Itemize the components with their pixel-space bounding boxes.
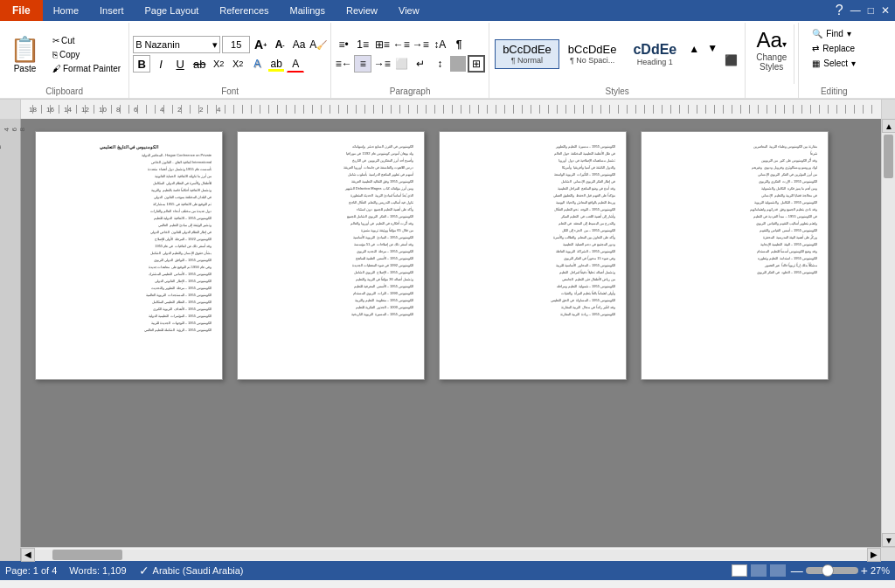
style-normal[interactable]: bCcDdEe ¶ Normal [495, 39, 559, 69]
scroll-up-button[interactable]: ▲ [882, 119, 895, 133]
bullets-button[interactable]: ≡• [335, 36, 352, 53]
font-color-button[interactable]: A [287, 55, 304, 73]
text-highlight-button[interactable]: ab [267, 55, 285, 73]
font-content: B Nazanin ▾ 15 A+ A- Aa A🧹 B I [133, 24, 327, 96]
cut-icon: ✂ [52, 36, 59, 45]
align-left-button[interactable]: ≡← [335, 55, 352, 73]
h-scroll-corner [0, 548, 21, 561]
font-size-input[interactable]: 15 [222, 36, 250, 53]
h-scroll-track[interactable] [35, 550, 867, 560]
numbering-button[interactable]: 1≡ [354, 36, 371, 53]
zoom-out-button[interactable]: — [791, 564, 803, 578]
tab-references[interactable]: References [209, 0, 279, 21]
paste-button[interactable]: 📋 Paste [3, 32, 46, 76]
align-center-button[interactable]: ≡ [354, 55, 371, 73]
tab-review[interactable]: Review [336, 0, 388, 21]
borders-button[interactable]: ⊞ [468, 55, 485, 73]
scroll-thumb[interactable] [884, 135, 893, 178]
zoom-thumb[interactable] [822, 564, 834, 577]
underline-button[interactable]: U [171, 55, 189, 73]
sort-button[interactable]: ↕A [431, 36, 448, 53]
change-styles-icon: Aa▾ [757, 28, 787, 52]
scroll-down-button[interactable]: ▼ [882, 533, 895, 547]
font-grow-button[interactable]: A+ [252, 36, 269, 53]
font-controls: B Nazanin ▾ 15 A+ A- Aa A🧹 B I [133, 36, 327, 73]
h-scroll-right[interactable]: ▶ [867, 548, 881, 562]
h-scroll-thumb[interactable] [52, 550, 122, 560]
copy-button[interactable]: ⎘ Copy [48, 48, 125, 61]
style-heading1[interactable]: cDdEe Heading 1 [625, 38, 684, 71]
font-group: B Nazanin ▾ 15 A+ A- Aa A🧹 B I [129, 23, 331, 98]
bold-button[interactable]: B [133, 55, 150, 73]
tab-file[interactable]: File [0, 0, 43, 21]
align-right-button[interactable]: →≡ [373, 55, 391, 73]
left-margin-ruler: 2468 [0, 119, 21, 547]
zoom-in-button[interactable]: + [861, 564, 868, 578]
multilevel-button[interactable]: ⊞≡ [373, 36, 391, 53]
full-screen-button[interactable] [751, 564, 767, 577]
page-4: مقارنة بين الكومنيوس وعلماء التربية المع… [641, 131, 829, 380]
line-spacing-button[interactable]: ↕ [431, 55, 448, 73]
format-painter-button[interactable]: 🖌 Format Painter [48, 62, 125, 75]
page-2: الكومنيوس في القرن السابع عشر وإسهاماته … [237, 131, 425, 380]
strikethrough-button[interactable]: ab [191, 55, 208, 73]
subscript-button[interactable]: X2 [210, 55, 227, 73]
font-shrink-button[interactable]: A- [271, 36, 288, 53]
font-name-dropdown[interactable]: B Nazanin ▾ [133, 36, 220, 53]
shading-button[interactable] [450, 56, 466, 72]
print-layout-button[interactable] [732, 564, 747, 577]
change-case-button[interactable]: Aa [290, 36, 308, 53]
paragraph-group-label: Paragraph [331, 86, 489, 96]
change-styles-content: Aa▾ ChangeStyles [749, 24, 794, 96]
editing-group: 🔍 Find ▾ ⇄ Replace ▦ Select ▾ Editing [799, 23, 869, 98]
pages-container: الكومنيوس في التاريخ التعليمي Hague Conf… [21, 119, 881, 547]
ruler-main: 18 16 14 12 10 8 6 4 2 2 4 [21, 100, 881, 119]
h-scroll-left[interactable]: ◀ [21, 548, 35, 562]
rtl-button[interactable]: ↵ [412, 55, 429, 73]
tab-mailings[interactable]: Mailings [280, 0, 336, 21]
cut-button[interactable]: ✂ Cut [48, 34, 125, 47]
minimize-icon[interactable]: — [850, 4, 861, 17]
superscript-button[interactable]: X2 [229, 55, 246, 73]
view-buttons [732, 564, 786, 577]
select-button[interactable]: ▦ Select ▾ [808, 57, 860, 70]
text-effects-button[interactable]: A [248, 55, 266, 73]
increase-indent-button[interactable]: →≡ [412, 36, 429, 53]
justify-button[interactable]: ⬜ [392, 55, 410, 73]
web-layout-button[interactable] [770, 564, 786, 577]
clipboard-content: 📋 Paste ✂ Cut ⎘ Copy 🖌 Format Painter [3, 24, 125, 96]
tab-insert[interactable]: Insert [89, 0, 135, 21]
ruler-right [881, 100, 895, 119]
tab-page-layout[interactable]: Page Layout [135, 0, 210, 21]
styles-scroll-up[interactable]: ▲ [685, 40, 703, 58]
scroll-track[interactable] [882, 133, 895, 533]
language-label: Arabic (Saudi Arabia) [153, 565, 244, 576]
tab-view[interactable]: View [388, 0, 430, 21]
show-hide-button[interactable]: ¶ [450, 36, 468, 53]
clear-formatting-button[interactable]: A🧹 [309, 36, 327, 53]
select-icon: ▦ [812, 59, 820, 68]
help-icon[interactable]: ? [836, 3, 843, 18]
styles-more[interactable]: ⬛ [722, 52, 739, 69]
decrease-indent-button[interactable]: ←≡ [392, 36, 410, 53]
italic-button[interactable]: I [152, 55, 170, 73]
tab-home[interactable]: Home [43, 0, 89, 21]
status-bar: Page: 1 of 4 Words: 1,109 ✓ Arabic (Saud… [0, 561, 895, 580]
styles-scroll-down[interactable]: ▼ [704, 39, 721, 57]
page-2-content: الكومنيوس في القرن السابع عشر وإسهاماته … [248, 144, 413, 317]
find-icon: 🔍 [812, 29, 822, 38]
style-h1-preview: cDdEe [633, 43, 676, 57]
h-scrollbar[interactable]: ◀ ▶ [21, 548, 881, 561]
styles-content: bCcDdEe ¶ Normal bCcDdEe ¶ No Spaci... c… [493, 24, 741, 96]
replace-icon: ⇄ [812, 44, 819, 53]
clipboard-group: 📋 Paste ✂ Cut ⎘ Copy 🖌 Format Painter [0, 23, 129, 98]
proofing-status: ✓ Arabic (Saudi Arabia) [139, 564, 244, 578]
maximize-icon[interactable]: □ [868, 4, 874, 17]
style-no-spacing[interactable]: bCcDdEe ¶ No Spaci... [560, 39, 625, 69]
zoom-slider[interactable] [806, 567, 858, 574]
close-icon[interactable]: ✕ [881, 4, 890, 17]
find-button[interactable]: 🔍 Find ▾ [808, 27, 860, 40]
ribbon: 📋 Paste ✂ Cut ⎘ Copy 🖌 Format Painter [0, 21, 895, 100]
replace-button[interactable]: ⇄ Replace [808, 42, 860, 55]
change-styles-button[interactable]: Aa▾ ChangeStyles [749, 24, 794, 84]
